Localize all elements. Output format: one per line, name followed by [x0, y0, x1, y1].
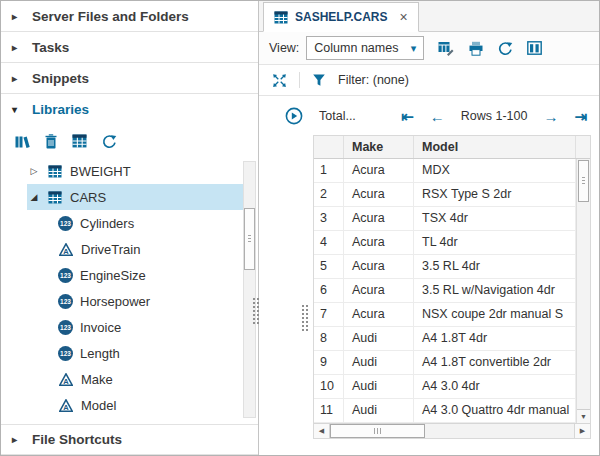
table-row[interactable]: 4 Acura TL 4dr [314, 231, 590, 255]
tree-item-model[interactable]: A Model [1, 392, 258, 418]
table-icon [47, 191, 63, 204]
scroll-right-icon[interactable]: ▶ [574, 424, 590, 438]
table-row[interactable]: 7 Acura NSX coupe 2dr manual S [314, 303, 590, 327]
tree-item-bweight[interactable]: ▷ BWEIGHT [1, 158, 258, 184]
expand-properties-button[interactable] [285, 107, 303, 125]
table-viewer: Total... ⇤ ← Rows 1-100 → ⇥ Make Model 1… [259, 96, 599, 455]
tree-scrollbar[interactable] [243, 161, 256, 418]
table-row[interactable]: 8 Audi A4 1.8T 4dr [314, 327, 590, 351]
cell-model: 3.5 RL 4dr [414, 255, 576, 279]
circle-arrow-right-icon [285, 107, 303, 125]
tree-item-enginesize[interactable]: 123 EngineSize [1, 262, 258, 288]
chevron-right-icon: ▸ [12, 11, 23, 22]
numeric-column-icon: 123 [58, 216, 73, 231]
tree-item-label: CARS [70, 190, 106, 205]
tree-item-length[interactable]: 123 Length [1, 340, 258, 366]
previous-page-icon[interactable]: ← [430, 109, 445, 124]
tree-item-drivetrain[interactable]: A DriveTrain [1, 236, 258, 262]
numeric-column-icon: 123 [58, 268, 73, 283]
section-label: Tasks [32, 40, 69, 55]
tree-item-make[interactable]: A Make [1, 366, 258, 392]
delete-library-button[interactable] [45, 134, 57, 149]
tree-item-label: EngineSize [80, 268, 146, 283]
column-header-model[interactable]: Model [414, 136, 576, 158]
filter-status-label: Filter: (none) [338, 73, 409, 87]
sidebar-section-file-shortcuts[interactable]: ▸ File Shortcuts [1, 424, 258, 455]
refresh-table-button[interactable] [498, 41, 513, 56]
close-icon[interactable]: × [399, 9, 407, 25]
horizontal-scrollbar-thumb[interactable] [330, 424, 425, 438]
cell-make: Audi [344, 399, 414, 423]
cell-model: NSX coupe 2dr manual S [414, 303, 576, 327]
toolbar-icons [438, 41, 542, 56]
sidebar-section-snippets[interactable]: ▸ Snippets [1, 63, 258, 94]
section-label: Snippets [32, 71, 89, 86]
vertical-scrollbar[interactable]: ▼ [576, 159, 590, 423]
numeric-column-icon: 123 [58, 346, 73, 361]
row-number: 8 [314, 327, 344, 351]
tab-sashelp-cars[interactable]: SASHELP.CARS × [263, 2, 419, 32]
panel-splitter-handle[interactable] [301, 304, 308, 332]
tree-item-label: Invoice [80, 320, 121, 335]
chevron-right-icon: ▸ [12, 42, 23, 53]
table-row[interactable]: 11 Audi A4 3.0 Quattro 4dr manual [314, 399, 590, 423]
first-page-icon[interactable]: ⇤ [401, 109, 414, 124]
tab-bar: SASHELP.CARS × [259, 1, 599, 32]
section-label: File Shortcuts [32, 432, 122, 447]
cell-model: A4 3.0 Quattro 4dr manual [414, 399, 576, 423]
cell-make: Acura [344, 183, 414, 207]
sidebar-section-server-files[interactable]: ▸ Server Files and Folders [1, 1, 258, 32]
vertical-scrollbar-thumb[interactable] [578, 160, 589, 202]
character-column-icon: A [58, 373, 74, 386]
next-page-icon[interactable]: → [543, 109, 558, 124]
numeric-column-icon: 123 [58, 320, 73, 335]
assign-library-button[interactable] [14, 134, 30, 149]
table-row[interactable]: 5 Acura 3.5 RL 4dr [314, 255, 590, 279]
table-row[interactable]: 6 Acura 3.5 RL w/Navigation 4dr [314, 279, 590, 303]
sidebar-section-tasks[interactable]: ▸ Tasks [1, 32, 258, 63]
view-select[interactable]: Column names ▾ [306, 36, 424, 60]
sas-studio-window: ▸ Server Files and Folders ▸ Tasks ▸ Sni… [0, 0, 600, 456]
print-icon [468, 41, 484, 56]
column-manager-button[interactable] [527, 41, 542, 55]
tree-item-invoice[interactable]: 123 Invoice [1, 314, 258, 340]
table-row[interactable]: 2 Acura RSX Type S 2dr [314, 183, 590, 207]
tree-item-cylinders[interactable]: 123 Cylinders [1, 210, 258, 236]
section-label: Server Files and Folders [32, 9, 189, 24]
last-page-icon[interactable]: ⇥ [574, 109, 587, 124]
row-number: 9 [314, 351, 344, 375]
svg-text:A: A [63, 403, 69, 412]
collapse-icon[interactable]: ◢ [28, 192, 40, 202]
chevron-down-icon: ▾ [411, 42, 417, 55]
print-button[interactable] [468, 41, 484, 56]
tree-item-label: Make [81, 372, 113, 387]
horizontal-scrollbar[interactable]: ◀ ▶ [314, 423, 590, 438]
table-row[interactable]: 10 Audi A4 3.0 4dr [314, 375, 590, 399]
sidebar-section-libraries[interactable]: ▾ Libraries [1, 94, 258, 125]
table-row[interactable]: 9 Audi A4 1.8T convertible 2dr [314, 351, 590, 375]
cell-model: RSX Type S 2dr [414, 183, 576, 207]
scroll-down-icon[interactable]: ▼ [577, 409, 590, 423]
tree-item-horsepower[interactable]: 123 Horsepower [1, 288, 258, 314]
table-row[interactable]: 3 Acura TSX 4dr [314, 207, 590, 231]
assign-library-icon [14, 134, 30, 149]
cell-model: 3.5 RL w/Navigation 4dr [414, 279, 576, 303]
row-number: 5 [314, 255, 344, 279]
maximize-button[interactable] [272, 73, 287, 88]
column-header-make[interactable]: Make [344, 136, 414, 158]
tab-title: SASHELP.CARS [295, 10, 387, 24]
scroll-left-icon[interactable]: ◀ [314, 424, 330, 438]
sidebar: ▸ Server Files and Folders ▸ Tasks ▸ Sni… [1, 1, 259, 455]
sidebar-splitter-handle[interactable] [252, 297, 259, 325]
table-properties-button[interactable] [72, 134, 87, 148]
separator [299, 72, 300, 88]
table-header-row: Make Model [314, 136, 590, 159]
expand-icon[interactable]: ▷ [28, 166, 40, 176]
refresh-icon [498, 41, 513, 56]
edit-table-button[interactable] [438, 41, 454, 56]
tree-scrollbar-thumb[interactable] [244, 208, 255, 270]
filter-button[interactable] [312, 73, 326, 87]
table-row[interactable]: 1 Acura MDX [314, 159, 590, 183]
refresh-libraries-button[interactable] [102, 134, 117, 149]
tree-item-cars[interactable]: ◢ CARS [27, 184, 243, 210]
